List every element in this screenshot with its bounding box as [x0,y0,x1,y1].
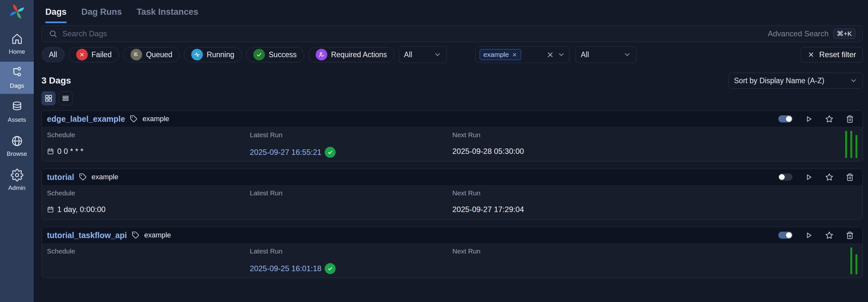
filter-select-1[interactable]: All [399,46,447,63]
toggle-knob [779,174,785,180]
list-icon [61,94,70,102]
dag-pause-toggle[interactable] [778,115,793,123]
dag-pause-toggle[interactable] [778,173,793,180]
favorite-dag-button[interactable] [825,114,834,123]
next-run-value: 2025-09-28 05:30:00 [452,147,834,156]
dag-card-body: Schedule 1 day, 0:00:00 Latest Run Next … [42,185,863,220]
latest-run-label: Latest Run [250,247,452,255]
dag-pause-toggle[interactable] [778,232,793,239]
dag-card: tutorial_taskflow_api example Schedule L… [41,227,863,278]
next-run-column: Next Run 2025-09-28 05:30:00 [452,131,834,161]
filter-chip-all[interactable]: All [41,47,65,62]
schedule-value: 1 day, 0:00:00 [47,205,250,214]
trash-icon [846,115,854,123]
sidebar-item-label: Assets [8,116,26,123]
filter-chip-queued[interactable]: Queued [123,47,180,62]
chevron-down-icon[interactable] [557,51,565,59]
dags-icon [10,67,24,79]
sort-select[interactable]: Sort by Display Name (A-Z) [728,73,863,89]
chevron-down-icon [623,51,631,59]
filter-chip-success[interactable]: Success [246,47,304,62]
dag-card: tutorial example Schedule 1 day, 0:00:00… [41,169,863,220]
sidebar-item-browse[interactable]: Browse [0,130,34,162]
delete-dag-button[interactable] [845,231,854,240]
tag-filter-multiselect[interactable]: example [475,46,569,63]
run-bar[interactable] [845,131,847,158]
chip-label: Failed [92,51,112,59]
dag-card-body: Schedule 0 0 * * * Latest Run 2025-09-27… [42,127,863,161]
sidebar: Home Dags Assets Browse Admin [0,0,34,302]
next-run-label: Next Run [452,189,834,197]
select-value: All [581,51,589,59]
card-view-button[interactable] [41,91,56,105]
run-bar[interactable] [850,247,852,274]
sidebar-item-label: Browse [7,150,27,158]
next-run-text: 2025-09-27 17:29:04 [452,205,524,214]
sidebar-item-admin[interactable]: Admin [0,164,34,196]
close-icon [808,51,815,58]
reset-filter-label: Reset filter [819,50,856,59]
remove-tag-icon[interactable] [512,52,517,58]
favorite-dag-button[interactable] [825,231,834,240]
latest-run-link[interactable]: 2025-09-25 16:01:18 [250,264,321,273]
calendar-icon [47,206,54,213]
close-icon [546,51,554,59]
filter-select-2[interactable]: All [576,46,637,63]
tab-task-instances[interactable]: Task Instances [136,7,198,23]
search-input[interactable] [62,29,763,39]
sidebar-item-home[interactable]: Home [0,28,34,60]
run-bar[interactable] [856,135,858,158]
favorite-dag-button[interactable] [825,172,834,181]
run-bar[interactable] [856,254,858,274]
run-bar[interactable] [850,131,852,158]
recent-runs-bars [850,247,858,274]
star-icon [825,231,833,239]
sort-value: Sort by Display Name (A-Z) [734,76,824,85]
sidebar-item-assets[interactable]: Assets [0,96,34,128]
chip-label: All [49,51,57,59]
advanced-search-button[interactable]: Advanced Search ⌘+K [768,29,856,39]
schedule-label: Schedule [47,189,250,197]
reset-filter-button[interactable]: Reset filter [801,47,863,62]
home-icon [10,32,24,45]
chevron-down-icon [850,77,858,85]
filter-chip-running[interactable]: Running [184,47,242,62]
main-content: Dags Dag Runs Task Instances Advanced Se… [34,0,868,302]
trash-icon [846,231,854,239]
selected-tag-chip[interactable]: example [479,49,521,60]
clear-tags-button[interactable] [546,50,555,59]
schedule-value: 0 0 * * * [47,147,250,156]
dag-card-header: tutorial example [42,169,863,185]
dag-card-header: tutorial_taskflow_api example [42,227,863,243]
dag-tag-label: example [143,115,169,123]
running-activity-icon [191,49,203,60]
success-check-badge [325,147,336,158]
delete-dag-button[interactable] [845,114,854,123]
filter-chip-required-actions[interactable]: Required Actions [308,47,395,62]
queued-icon [130,49,142,60]
dag-name-link[interactable]: edge_label_example [47,114,125,124]
tab-dags[interactable]: Dags [45,7,66,23]
trash-icon [846,173,854,181]
search-bar: Advanced Search ⌘+K [41,25,863,42]
filter-chip-failed[interactable]: Failed [69,47,119,62]
user-pen-icon [316,49,327,60]
sidebar-item-label: Admin [8,184,26,192]
airflow-logo-icon [8,3,26,21]
browse-globe-icon [10,135,24,147]
table-view-button[interactable] [59,91,73,105]
dag-name-link[interactable]: tutorial [47,172,74,182]
trigger-dag-button[interactable] [804,114,813,123]
tab-dag-runs[interactable]: Dag Runs [81,7,122,23]
delete-dag-button[interactable] [845,172,854,181]
dag-name-link[interactable]: tutorial_taskflow_api [47,231,127,240]
latest-run-link[interactable]: 2025-09-27 16:55:21 [250,148,321,157]
sidebar-item-dags[interactable]: Dags [0,62,34,94]
next-run-column: Next Run [452,247,834,277]
trigger-dag-button[interactable] [804,231,813,240]
star-icon [825,173,833,181]
latest-run-value: 2025-09-27 16:55:21 [250,147,452,158]
schedule-column: Schedule 0 0 * * * [47,131,250,161]
schedule-text: 1 day, 0:00:00 [57,205,105,214]
trigger-dag-button[interactable] [804,172,813,181]
